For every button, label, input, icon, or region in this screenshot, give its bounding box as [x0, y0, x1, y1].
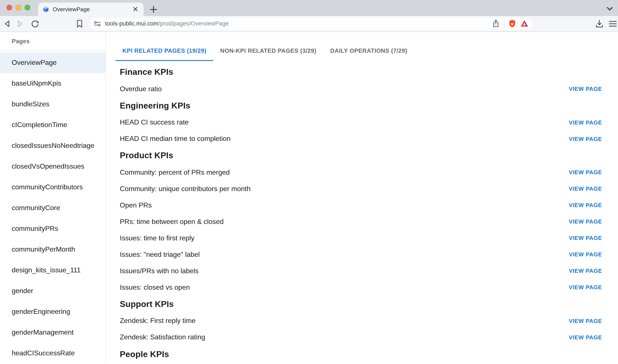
brave-rewards-bat-icon[interactable]: [520, 20, 528, 28]
download-icon: [595, 19, 604, 28]
sidebar-item-gendermanagement[interactable]: genderManagement: [0, 322, 105, 343]
kpi-row: Zendesk: Satisfaction ratingVIEW PAGE: [120, 329, 604, 346]
kpi-label: HEAD CI median time to completion: [120, 135, 231, 143]
tab-non-kpi-related-pages-3-29[interactable]: NON-KPI RELATED PAGES (3/29): [213, 40, 324, 61]
tab-title: OverviewPage: [53, 6, 131, 13]
chevron-down-icon: [606, 5, 614, 13]
main-panel: KPI RELATED PAGES (19/29)NON-KPI RELATED…: [106, 32, 618, 364]
view-page-button[interactable]: VIEW PAGE: [566, 250, 604, 260]
tab-close-icon[interactable]: [131, 5, 139, 14]
section-title-people-kpis: People KPIs: [120, 346, 604, 363]
kpi-sections: Finance KPIsOverdue ratioVIEW PAGEEngine…: [120, 64, 604, 363]
url-path: /prod/pages/OverviewPage: [158, 21, 229, 27]
plus-icon: [150, 5, 158, 13]
kpi-label: Open PRs: [120, 201, 152, 209]
share-icon[interactable]: [492, 20, 500, 28]
category-tabs: KPI RELATED PAGES (19/29)NON-KPI RELATED…: [116, 40, 604, 61]
kpi-label: Issues: "need triage" label: [120, 251, 200, 259]
view-page-button[interactable]: VIEW PAGE: [566, 316, 604, 326]
bookmark-button[interactable]: [74, 18, 86, 30]
view-page-button[interactable]: VIEW PAGE: [566, 134, 604, 144]
bookmark-icon: [75, 19, 84, 28]
kpi-label: Issues: time to first reply: [120, 234, 194, 242]
new-tab-button[interactable]: [148, 4, 159, 15]
view-page-button[interactable]: VIEW PAGE: [566, 233, 604, 243]
sidebar-item-bundlesizes[interactable]: bundleSizes: [0, 94, 105, 115]
address-bar[interactable]: tools-public.mui.com/prod/pages/Overview…: [89, 18, 533, 30]
url-host: tools-public.mui.com: [105, 21, 158, 27]
kpi-label: PRs: time between open & closed: [120, 218, 224, 226]
forward-button[interactable]: [14, 18, 26, 30]
divider: [504, 20, 504, 27]
view-page-button[interactable]: VIEW PAGE: [566, 117, 604, 127]
view-page-button[interactable]: VIEW PAGE: [566, 168, 604, 177]
kpi-row: Issues/PRs with no labelsVIEW PAGE: [120, 263, 604, 279]
pages-sidebar: Pages OverviewPagebaseUiNpmKpisbundleSiz…: [0, 32, 106, 364]
sidebar-item-communitypermonth[interactable]: communityPerMonth: [0, 239, 105, 260]
kpi-label: Community: unique contributors per month: [120, 185, 251, 193]
kpi-row: Issues: closed vs openVIEW PAGE: [120, 279, 604, 296]
section-title-product-kpis: Product KPIs: [120, 147, 604, 164]
sidebar-item-closedissuesnoneedtriage[interactable]: closedIssuesNoNeedtriage: [0, 135, 105, 156]
tab-search-button[interactable]: [604, 3, 615, 14]
kpi-row: Community: unique contributors per month…: [120, 181, 604, 197]
window-minimize-button[interactable]: [15, 5, 21, 10]
reload-icon: [31, 19, 39, 28]
forward-arrow-icon: [15, 19, 24, 28]
address-bar-actions: [492, 20, 528, 28]
kpi-label: Issues: closed vs open: [120, 284, 190, 291]
back-button[interactable]: [1, 18, 13, 30]
reload-button[interactable]: [29, 18, 41, 30]
browser-tab[interactable]: OverviewPage: [38, 3, 143, 16]
sidebar-item-overviewpage[interactable]: OverviewPage: [0, 52, 105, 73]
view-page-button[interactable]: VIEW PAGE: [566, 84, 604, 94]
browser-tab-bar: OverviewPage: [0, 0, 618, 16]
kpi-label: Zendesk: Satisfaction rating: [120, 334, 205, 341]
brave-shields-icon[interactable]: [508, 20, 516, 28]
kpi-row: PRs: time between open & closedVIEW PAGE: [120, 214, 604, 230]
page-content: Pages OverviewPagebaseUiNpmKpisbundleSiz…: [0, 32, 618, 364]
kpi-row: Open PRsVIEW PAGE: [120, 197, 604, 214]
tab-daily-operations-7-29[interactable]: DAILY OPERATIONS (7/29): [323, 40, 414, 61]
browser-toolbar: tools-public.mui.com/prod/pages/Overview…: [0, 16, 618, 32]
site-settings-icon[interactable]: [93, 20, 101, 28]
sidebar-item-headcisuccessrate[interactable]: headCISuccessRate: [0, 343, 105, 364]
view-page-button[interactable]: VIEW PAGE: [566, 332, 604, 342]
sidebar-item-baseuinpmkpis[interactable]: baseUiNpmKpis: [0, 73, 105, 94]
sidebar-item-cicompletiontime[interactable]: cICompletionTime: [0, 115, 105, 135]
window-zoom-button[interactable]: [25, 5, 30, 10]
tab-kpi-related-pages-19-29[interactable]: KPI RELATED PAGES (19/29): [116, 40, 213, 61]
sidebar-item-genderengineering[interactable]: genderEngineering: [0, 301, 105, 322]
mui-logo-icon: [42, 6, 49, 13]
kpi-row: Zendesk: First reply timeVIEW PAGE: [120, 313, 604, 329]
view-page-button[interactable]: VIEW PAGE: [566, 200, 604, 210]
sidebar-item-communitycontributors[interactable]: communityContributors: [0, 177, 105, 197]
url-text: tools-public.mui.com/prod/pages/Overview…: [105, 21, 229, 27]
section-title-finance-kpis: Finance KPIs: [120, 64, 604, 81]
kpi-row: HEAD CI success rateVIEW PAGE: [120, 114, 604, 130]
view-page-button[interactable]: VIEW PAGE: [566, 217, 604, 227]
hamburger-icon: [608, 19, 617, 28]
sidebar-header: Pages: [0, 32, 105, 50]
kpi-row: Issues: "need triage" labelVIEW PAGE: [120, 247, 604, 263]
sidebar-item-gender[interactable]: gender: [0, 281, 105, 301]
sidebar-item-design-kits-issue-111[interactable]: design_kits_issue_111: [0, 260, 105, 281]
window-controls: [6, 5, 30, 10]
sidebar-item-communitycore[interactable]: communityCore: [0, 197, 105, 218]
kpi-row: Issues: time to first replyVIEW PAGE: [120, 230, 604, 247]
downloads-button[interactable]: [593, 18, 605, 30]
kpi-label: Overdue ratio: [120, 85, 162, 93]
view-page-button[interactable]: VIEW PAGE: [566, 266, 604, 276]
kpi-row: HEAD CI median time to completionVIEW PA…: [120, 130, 604, 147]
kpi-label: HEAD CI success rate: [120, 118, 189, 126]
window-close-button[interactable]: [6, 5, 12, 10]
browser-window: OverviewPage: [0, 0, 618, 364]
kpi-label: Zendesk: First reply time: [120, 317, 196, 325]
sidebar-item-closedvsopenedissues[interactable]: closedVsOpenedIssues: [0, 156, 105, 177]
kpi-label: Issues/PRs with no labels: [120, 267, 199, 275]
sidebar-item-communityprs[interactable]: communityPRs: [0, 218, 105, 239]
section-title-support-kpis: Support KPIs: [120, 296, 604, 313]
view-page-button[interactable]: VIEW PAGE: [566, 184, 604, 194]
view-page-button[interactable]: VIEW PAGE: [566, 283, 604, 292]
menu-button[interactable]: [607, 18, 618, 30]
